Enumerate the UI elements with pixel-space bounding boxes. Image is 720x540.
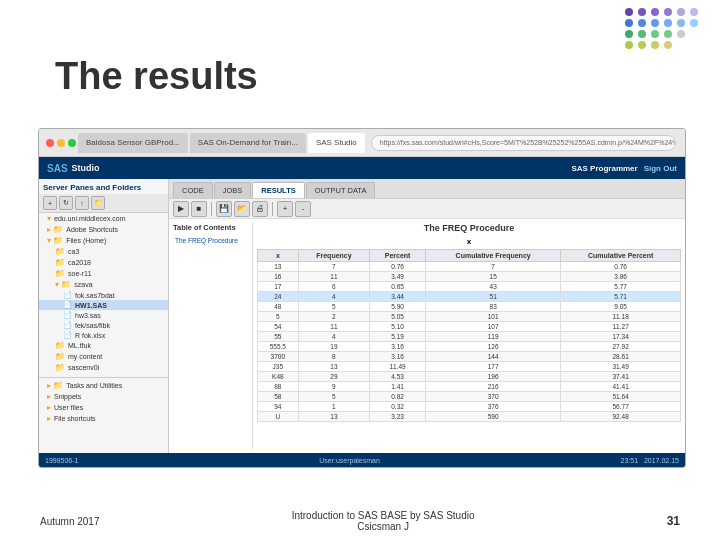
sidebar-new-btn[interactable]: + xyxy=(43,196,57,210)
sas-header-right: SAS Programmer Sign Out xyxy=(571,164,677,173)
sidebar-item-szava[interactable]: ▾ 📁 szava xyxy=(39,279,168,290)
tab-code[interactable]: CODE xyxy=(173,182,213,198)
sidebar-item-rfok[interactable]: 📄 R fok.xlsx xyxy=(39,330,168,340)
decoration-dot xyxy=(690,19,698,27)
footer-left: Autumn 2017 xyxy=(40,516,100,527)
status-user: User:userpalesman xyxy=(319,457,380,464)
folder-icon: ▸ 📁 xyxy=(47,381,63,390)
sidebar-item-userfiles[interactable]: ▸ User files xyxy=(39,402,168,413)
file-icon: 📄 xyxy=(63,301,72,309)
sidebar-item-mycontent[interactable]: 📁 my content xyxy=(39,351,168,362)
sidebar-up-btn[interactable]: ↑ xyxy=(75,196,89,210)
sidebar-section-title[interactable]: Server Panes and Folders xyxy=(39,181,168,194)
folder-icon: ▾ 📁 xyxy=(47,236,63,245)
table-row: 54115.1010711.27 xyxy=(258,322,681,332)
status-info: 1998506-1 xyxy=(45,457,78,464)
page-footer: Autumn 2017 Introduction to SAS BASE by … xyxy=(0,510,720,532)
sidebar-item-fek[interactable]: 📄 fek/sas/fibk xyxy=(39,320,168,330)
col-header-x: x xyxy=(258,250,299,262)
folder-icon: 📁 xyxy=(55,341,65,350)
sidebar-item-ca3[interactable]: 📁 ca3 xyxy=(39,246,168,257)
col-header-frequency: Frequency xyxy=(298,250,369,262)
sidebar-folder-btn[interactable]: 📁 xyxy=(91,196,105,210)
toolbar-zoom-out-btn[interactable]: - xyxy=(295,201,311,217)
decoration-dot xyxy=(651,30,659,38)
table-row: 370083.1614428.61 xyxy=(258,352,681,362)
decoration-dot xyxy=(677,19,685,27)
programmer-label: SAS Programmer xyxy=(571,164,637,173)
sidebar-item-ca2018[interactable]: 📁 ca2018 xyxy=(39,257,168,268)
browser-chrome: Baldosa Sensor GBProd... SAS On-Demand f… xyxy=(39,129,685,157)
sas-statusbar: 1998506-1 User:userpalesman 23:51 2017.0… xyxy=(39,453,685,467)
minimize-button[interactable] xyxy=(57,139,65,147)
toc-title: Table of Contents xyxy=(173,223,248,232)
footer-center: Introduction to SAS BASE by SAS Studio C… xyxy=(292,510,475,532)
sidebar-item-soe-r11[interactable]: 📁 soe-r11 xyxy=(39,268,168,279)
decoration-dot xyxy=(690,8,698,16)
table-row: U133.2359092.48 xyxy=(258,412,681,422)
tab-output-data[interactable]: OUTPUT DATA xyxy=(306,182,376,198)
page-number: 31 xyxy=(667,514,680,528)
folder-icon: 📁 xyxy=(55,258,65,267)
toolbar-save-btn[interactable]: 💾 xyxy=(216,201,232,217)
file-icon: 📄 xyxy=(63,291,72,299)
table-row: 4855.90839.05 xyxy=(258,302,681,312)
maximize-button[interactable] xyxy=(68,139,76,147)
decoration-dot xyxy=(625,41,633,49)
tab-jobs[interactable]: JOBS xyxy=(214,182,252,198)
decoration-dot xyxy=(638,30,646,38)
browser-tab-2[interactable]: SAS Studio xyxy=(308,133,365,153)
address-bar[interactable]: https://fxs.sas.com/stud/wri#cHs,Score=5… xyxy=(371,135,676,151)
table-row: K48294.5319637.41 xyxy=(258,372,681,382)
sidebar-item-fileshortcuts[interactable]: ▸ File shortcuts xyxy=(39,413,168,424)
decoration-dot xyxy=(664,41,672,49)
decoration-dot xyxy=(625,30,633,38)
toc-panel: Table of Contents The FREQ Procedure xyxy=(173,223,253,449)
file-icon: 📄 xyxy=(63,321,72,329)
decoration-dot xyxy=(651,8,659,16)
toolbar-open-btn[interactable]: 📂 xyxy=(234,201,250,217)
sidebar-item-tasks[interactable]: ▸ 📁 Tasks and Utilities xyxy=(39,380,168,391)
table-row: 16113.49153.86 xyxy=(258,272,681,282)
decoration-dot xyxy=(677,41,685,49)
table-row: 525.0510111.18 xyxy=(258,312,681,322)
table-row: 1760.65435.77 xyxy=(258,282,681,292)
decoration-dot xyxy=(638,8,646,16)
toc-item-freq[interactable]: The FREQ Procedure xyxy=(173,236,248,245)
window-controls xyxy=(46,139,76,147)
table-row: 9410.3237656.77 xyxy=(258,402,681,412)
file-icon: 📄 xyxy=(63,331,72,339)
sas-logo: SAS xyxy=(47,163,68,174)
sidebar-item-sascenv[interactable]: 📁 sascenv0i xyxy=(39,362,168,373)
close-button[interactable] xyxy=(46,139,54,147)
toolbar-print-btn[interactable]: 🖨 xyxy=(252,201,268,217)
sidebar-item-hw1[interactable]: 📄 HW1.SAS xyxy=(39,300,168,310)
browser-tab-1[interactable]: SAS On-Demand for Train... xyxy=(190,133,306,153)
toolbar-zoom-in-btn[interactable]: + xyxy=(277,201,293,217)
slide-title: The results xyxy=(55,55,258,98)
sidebar-item-ml[interactable]: 📁 ML.tfuk xyxy=(39,340,168,351)
toolbar-separator xyxy=(211,202,212,216)
folder-icon: 📁 xyxy=(55,247,65,256)
sidebar-item-shortcuts[interactable]: ▸ 📁 Adobe Shortcuts xyxy=(39,224,168,235)
decoration-dot xyxy=(625,19,633,27)
sidebar-item-root[interactable]: ▾ edu.uni.middlecex.com xyxy=(39,213,168,224)
folder-icon: ▸ xyxy=(47,403,51,412)
folder-icon: ▸ xyxy=(47,414,51,423)
sidebar-item-hw3[interactable]: 📄 hw3.sas xyxy=(39,310,168,320)
toolbar-stop-btn[interactable]: ■ xyxy=(191,201,207,217)
sidebar-item-fok[interactable]: 📄 fok.sas7bdat xyxy=(39,290,168,300)
signout-link[interactable]: Sign Out xyxy=(644,164,677,173)
tab-results[interactable]: RESULTS xyxy=(252,182,304,198)
decoration-dot xyxy=(677,30,685,38)
toolbar-run-btn[interactable]: ▶ xyxy=(173,201,189,217)
results-table-title: The FREQ Procedure xyxy=(257,223,681,233)
folder-icon: 📁 xyxy=(55,352,65,361)
sidebar-item-snippets[interactable]: ▸ Snippets xyxy=(39,391,168,402)
folder-icon: ▸ xyxy=(47,392,51,401)
main-content-area: Table of Contents The FREQ Procedure The… xyxy=(169,219,685,453)
sidebar-item-files-home[interactable]: ▾ 📁 Files (Home) xyxy=(39,235,168,246)
browser-tab-0[interactable]: Baldosa Sensor GBProd... xyxy=(78,133,188,153)
sidebar-refresh-btn[interactable]: ↻ xyxy=(59,196,73,210)
table-row: 8891.4121641.41 xyxy=(258,382,681,392)
